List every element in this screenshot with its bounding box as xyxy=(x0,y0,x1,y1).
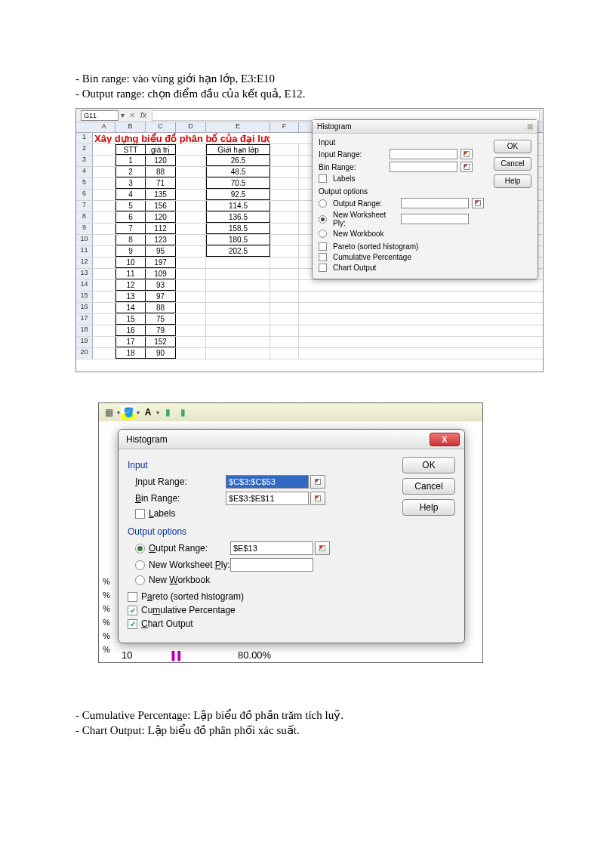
cell-gioihan[interactable]: 136.5 xyxy=(206,212,270,223)
col-header-D[interactable]: D xyxy=(176,122,206,132)
help-button[interactable]: Help xyxy=(402,499,455,516)
cell-giatri[interactable]: 152 xyxy=(146,337,176,347)
cell-gioihan[interactable]: 26.5 xyxy=(206,156,270,166)
col-header-B[interactable]: B xyxy=(116,122,146,132)
borders-icon[interactable]: ▦ xyxy=(102,405,116,419)
row-header[interactable]: 16 xyxy=(76,303,93,313)
row-header[interactable]: 5 xyxy=(76,178,93,189)
col-header-E[interactable]: E xyxy=(206,122,270,132)
fx-icon[interactable]: fx xyxy=(138,111,149,119)
cell-gioihan[interactable]: 180.5 xyxy=(206,235,270,245)
row-header[interactable]: 10 xyxy=(76,235,93,245)
col-header-A[interactable]: A xyxy=(93,122,116,132)
cumpct-checkbox[interactable]: ✔ xyxy=(128,606,137,615)
cell-stt[interactable]: 8 xyxy=(116,235,146,245)
cell-giatri[interactable]: 95 xyxy=(146,246,176,257)
row-header[interactable]: 12 xyxy=(76,257,93,268)
cell-giatri[interactable]: 88 xyxy=(146,167,176,177)
row-header[interactable]: 9 xyxy=(76,224,93,234)
help-button[interactable]: Help xyxy=(494,174,531,188)
new-worksheet-radio[interactable] xyxy=(319,215,327,224)
pareto-checkbox[interactable] xyxy=(319,242,327,251)
cell-giatri[interactable]: 135 xyxy=(146,190,176,200)
cell-stt[interactable]: 11 xyxy=(116,269,146,279)
new-worksheet-radio[interactable] xyxy=(135,560,145,570)
cell-stt[interactable]: 3 xyxy=(116,178,146,189)
cell-stt[interactable]: 18 xyxy=(116,348,146,359)
cell-stt[interactable]: 14 xyxy=(116,303,146,313)
row-header[interactable]: 15 xyxy=(76,291,93,302)
row-header[interactable]: 11 xyxy=(76,246,93,257)
cell-giatri[interactable]: 71 xyxy=(146,178,176,189)
pareto-checkbox[interactable] xyxy=(128,592,137,602)
cell-stt[interactable]: 9 xyxy=(116,246,146,257)
row-header[interactable]: 20 xyxy=(76,348,93,359)
cell-stt[interactable]: 4 xyxy=(116,190,146,200)
ref-button[interactable] xyxy=(310,475,325,489)
cell-stt[interactable]: 12 xyxy=(116,280,146,291)
ref-button[interactable] xyxy=(460,162,473,172)
labels-checkbox[interactable] xyxy=(319,174,327,183)
dialog-close-icon[interactable]: ⊠ xyxy=(527,122,533,131)
col-header-C[interactable]: C xyxy=(146,122,176,132)
row-header[interactable]: 1 xyxy=(76,133,93,143)
row-header[interactable]: 4 xyxy=(76,167,93,177)
labels-checkbox[interactable] xyxy=(135,509,145,519)
ref-button[interactable] xyxy=(310,492,325,505)
cell-stt[interactable]: 2 xyxy=(116,167,146,177)
chartout-checkbox[interactable] xyxy=(319,264,327,272)
cell-stt[interactable]: 10 xyxy=(116,257,146,268)
namebox-dropdown-icon[interactable]: ▾ xyxy=(119,111,126,119)
col-header-F[interactable]: F xyxy=(270,122,299,132)
cell-giatri[interactable]: 112 xyxy=(146,224,176,234)
ok-button[interactable]: OK xyxy=(402,457,455,473)
row-header[interactable]: 13 xyxy=(76,269,93,279)
new-workbook-radio[interactable] xyxy=(135,575,145,585)
ref-button[interactable] xyxy=(472,198,484,208)
cell-gioihan[interactable]: 48.5 xyxy=(206,167,270,177)
cell-giatri[interactable]: 79 xyxy=(146,325,176,336)
font-color-icon[interactable]: A xyxy=(141,405,155,419)
cell-gioihan[interactable]: 202.5 xyxy=(206,246,270,257)
bin-range-field[interactable] xyxy=(390,162,457,172)
new-worksheet-field[interactable] xyxy=(230,558,313,572)
cell-giatri[interactable]: 120 xyxy=(146,156,176,166)
cell-giatri[interactable]: 97 xyxy=(146,291,176,302)
row-header[interactable]: 17 xyxy=(76,314,93,325)
output-range-field[interactable] xyxy=(401,198,469,208)
cell-giatri[interactable]: 109 xyxy=(146,269,176,279)
cell-stt[interactable]: 6 xyxy=(116,212,146,223)
cell-giatri[interactable]: 197 xyxy=(146,257,176,268)
cancel-button[interactable]: Cancel xyxy=(402,478,455,495)
input-range-field[interactable] xyxy=(390,149,457,159)
new-workbook-radio[interactable] xyxy=(319,230,327,238)
ok-button[interactable]: OK xyxy=(494,140,531,153)
dropdown-icon[interactable]: ▾ xyxy=(137,409,140,416)
cell-giatri[interactable]: 156 xyxy=(146,201,176,211)
cell-stt[interactable]: 13 xyxy=(116,291,146,302)
cell-giatri[interactable]: 120 xyxy=(146,212,176,223)
row-header[interactable]: 3 xyxy=(76,156,93,166)
close-button[interactable]: X xyxy=(430,433,460,446)
cell-stt[interactable]: 15 xyxy=(116,314,146,325)
cell-giatri[interactable]: 90 xyxy=(146,348,176,359)
cell-gioihan[interactable]: 92.5 xyxy=(206,190,270,200)
cancel-formula-icon[interactable]: ✕ xyxy=(126,111,138,119)
row-header[interactable]: 18 xyxy=(76,325,93,336)
row-header[interactable]: 14 xyxy=(76,280,93,291)
cell-giatri[interactable]: 75 xyxy=(146,314,176,325)
chartout-checkbox[interactable]: ✔ xyxy=(128,619,137,629)
cell-gioihan[interactable]: 70.5 xyxy=(206,178,270,189)
new-worksheet-field[interactable] xyxy=(401,214,469,224)
dropdown-icon[interactable]: ▾ xyxy=(156,409,159,416)
cell-giatri[interactable]: 123 xyxy=(146,235,176,245)
cell-stt[interactable]: 7 xyxy=(116,224,146,234)
row-header[interactable]: 7 xyxy=(76,201,93,211)
cell-gioihan[interactable]: 114.5 xyxy=(206,201,270,211)
cell-gioihan[interactable]: 158.5 xyxy=(206,224,270,234)
ref-button[interactable] xyxy=(315,541,330,555)
toolbar-icon[interactable]: ▮ xyxy=(176,405,189,419)
cancel-button[interactable]: Cancel xyxy=(494,157,531,171)
cell-giatri[interactable]: 88 xyxy=(146,303,176,313)
row-header[interactable]: 8 xyxy=(76,212,93,223)
